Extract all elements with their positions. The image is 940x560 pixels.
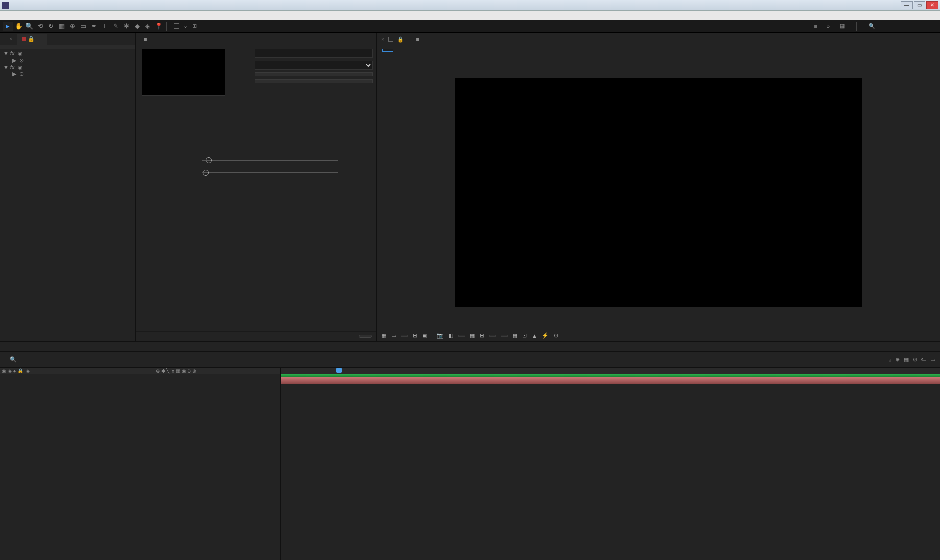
mask-icon[interactable]: ▣	[422, 332, 427, 339]
lock-icon: 🔒	[28, 36, 35, 42]
twirl-icon[interactable]: ▼	[3, 64, 7, 70]
show-snapshot-icon[interactable]: ◧	[448, 332, 453, 339]
res-icon[interactable]: ⊞	[413, 332, 417, 339]
search-icon: 🔍	[869, 23, 875, 29]
exposure-reset-icon[interactable]: ⊙	[554, 332, 558, 339]
camera-tool[interactable]: ▦	[57, 22, 67, 31]
tab-project[interactable]: ×	[0, 34, 17, 45]
tl-icon[interactable]: ▭	[930, 356, 935, 363]
breadcrumb[interactable]	[382, 49, 393, 52]
tl-icon[interactable]: ⟓	[888, 356, 892, 363]
slider-thumb[interactable]	[206, 157, 212, 163]
panel-menu-icon[interactable]: ≡	[416, 36, 419, 42]
close-icon[interactable]: ×	[381, 36, 384, 42]
tl-icon[interactable]: ⊘	[913, 356, 917, 363]
toggle-icon[interactable]	[388, 37, 393, 42]
fast-icon[interactable]: ⚡	[542, 332, 549, 339]
anchor-tool[interactable]: ⊕	[68, 22, 77, 31]
composition-panel: × 🔒 ≡ ▦ ▭ ⊞ ▣ 📷 ◧ ▦ ⊞	[377, 33, 940, 341]
slider-track[interactable]	[202, 172, 338, 173]
slider-track[interactable]	[202, 160, 338, 161]
3d-icon[interactable]: ▦	[513, 332, 517, 339]
effect-controls-panel: × 🔒 ≡ ▼ fx ◉ ▶ ⊙	[0, 33, 136, 341]
workspace-chevron-icon[interactable]: »	[827, 23, 830, 29]
roto-tool[interactable]: ◈	[143, 22, 153, 31]
zoom-tool[interactable]: 🔍	[24, 22, 34, 31]
grid-icon[interactable]: ⊞	[480, 332, 484, 339]
selection-tool[interactable]: ▸	[3, 22, 13, 31]
solo-button[interactable]	[255, 72, 373, 76]
snapping-toggle[interactable]: ⌄ ⊞	[174, 23, 197, 29]
camera-select[interactable]	[489, 335, 496, 337]
maximize-button[interactable]: ▭	[914, 1, 925, 9]
snapshot-icon[interactable]: 📷	[437, 332, 444, 339]
tl-icon[interactable]: ⊕	[895, 356, 900, 363]
poster-button[interactable]	[255, 79, 373, 83]
brush-tool[interactable]: ✎	[111, 22, 120, 31]
panel-menu-icon[interactable]: ≡	[144, 36, 147, 42]
twirl-icon[interactable]: ▶	[12, 71, 16, 77]
channel-icon[interactable]: ▭	[391, 332, 396, 339]
pen-tool[interactable]: ✒	[89, 22, 99, 31]
name-input[interactable]	[255, 49, 373, 58]
pixel-icon[interactable]: ▲	[532, 333, 537, 339]
effect-controls-header	[0, 45, 135, 49]
composition-viewer[interactable]	[455, 78, 862, 307]
eye-icon[interactable]: ◉	[17, 64, 23, 70]
sync-icon[interactable]: ▦	[840, 23, 845, 29]
tab-effect-controls[interactable]: 🔒 ≡	[17, 34, 47, 45]
lock-icon[interactable]: 🔒	[397, 36, 404, 43]
type-tool[interactable]: T	[100, 22, 110, 31]
puppet-tool[interactable]: 📍	[154, 22, 164, 31]
search-input[interactable]	[878, 23, 937, 30]
alpha-icon[interactable]: ▦	[381, 332, 386, 339]
search-icon[interactable]: 🔍	[10, 356, 17, 363]
render-icon[interactable]: ⊡	[522, 332, 527, 339]
export-template-button[interactable]	[359, 335, 372, 338]
rotate-tool[interactable]: ↻	[46, 22, 56, 31]
rect-tool[interactable]: ▭	[78, 22, 88, 31]
minimize-button[interactable]: —	[901, 1, 913, 9]
fx-badge: fx	[9, 64, 15, 70]
toolbar: ▸ ✋ 🔍 ⟲ ↻ ▦ ⊕ ▭ ✒ T ✎ ✻ ◆ ◈ 📍 ⌄ ⊞ ≡ » ▦ …	[0, 20, 940, 33]
clone-tool[interactable]: ✻	[121, 22, 131, 31]
resolution-select[interactable]	[458, 335, 465, 337]
timeline-graph[interactable]	[281, 368, 940, 560]
orbit-tool[interactable]: ⟲	[35, 22, 45, 31]
slider-thumb[interactable]	[203, 170, 209, 176]
twirl-icon[interactable]: ▼	[3, 50, 7, 56]
workspace-menu-icon[interactable]: ≡	[814, 23, 817, 29]
views-select[interactable]	[501, 335, 508, 337]
hand-tool[interactable]: ✋	[14, 22, 24, 31]
zoom-select[interactable]	[401, 335, 408, 337]
stopwatch-icon[interactable]: ⊙	[18, 71, 24, 77]
eraser-tool[interactable]: ◆	[132, 22, 142, 31]
eg-slider-scale	[140, 154, 373, 166]
eg-preview	[142, 49, 225, 96]
titlebar: — ▭ ✕	[0, 0, 940, 11]
timeline-panel: 🔍 ⟓ ⊕ ▦ ⊘ 🏷 ▭ ◉ ◈ ● 🔒 ◈ ⊛ ✱ ╲ fx ▦ ◉ ⊙ ⊕	[0, 341, 940, 560]
twirl-icon[interactable]: ▶	[12, 57, 16, 64]
viewer-controls: ▦ ▭ ⊞ ▣ 📷 ◧ ▦ ⊞ ▦ ⊡ ▲ ⚡ ⊙	[377, 330, 940, 341]
eye-icon[interactable]: ◉	[17, 50, 23, 57]
tl-icon[interactable]: 🏷	[921, 356, 926, 363]
menubar	[0, 11, 940, 20]
playhead[interactable]	[339, 368, 339, 560]
close-button[interactable]: ✕	[926, 1, 938, 9]
fx-badge: fx	[9, 50, 15, 56]
essential-graphics-panel: ≡	[136, 33, 377, 341]
master-select[interactable]	[255, 61, 373, 70]
stopwatch-icon[interactable]: ⊙	[18, 57, 24, 64]
roi-icon[interactable]: ▦	[470, 332, 475, 339]
app-icon	[2, 2, 9, 9]
tl-icon[interactable]: ▦	[904, 356, 909, 363]
eg-slider-tracking	[140, 166, 373, 179]
timeline-tabs	[0, 341, 940, 352]
panel-menu-icon[interactable]: ≡	[39, 36, 42, 42]
